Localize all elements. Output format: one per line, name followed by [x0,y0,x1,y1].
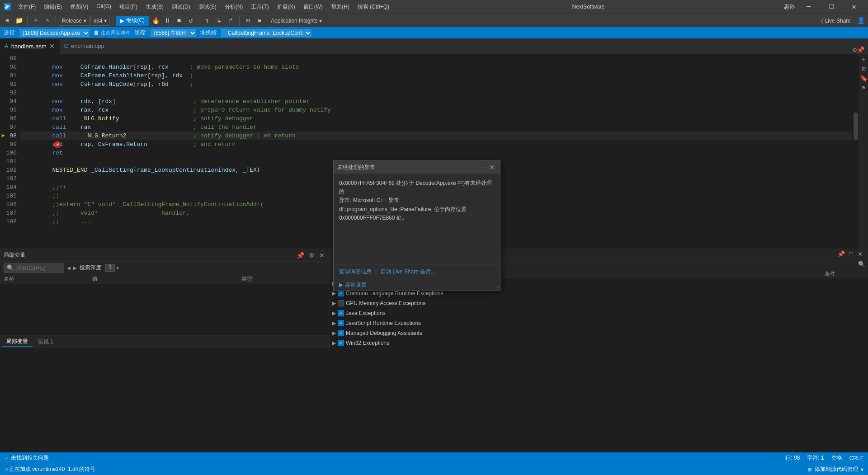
toolbar-new[interactable]: ⊕ [2,15,13,26]
exc-item-win32-expand[interactable]: ▶ [332,340,336,346]
toolbar-hot-reload[interactable]: 🔥 [150,15,161,26]
tab-locals[interactable]: 局部变量 [2,337,33,347]
menu-project[interactable]: 项目(P) [116,2,141,12]
stack-dropdown[interactable]: _CallSettingFrame_LookupContinuatic [221,29,311,37]
toolbar-open[interactable]: 📁 [14,15,24,26]
sidebar-bookmark-icon[interactable]: 🔖 [860,75,868,82]
locals-search-box[interactable]: 🔍 [4,263,64,273]
dialog-resize-handle[interactable]: ⊿ [495,284,499,290]
menu-file[interactable]: 文件(F) [14,2,39,12]
exc-item-java-expand[interactable]: ▶ [332,310,336,316]
locals-settings-button[interactable]: ⚙ [307,252,316,259]
toolbar-back[interactable]: ↶ [30,15,41,26]
exc-pin-button[interactable]: 📌 [836,250,846,258]
exc-expand-button[interactable]: □ [848,250,854,258]
menu-test[interactable]: 测试(S) [195,2,220,12]
menu-analyze[interactable]: 分析(N) [221,2,247,12]
exc-item-gpu-label: GPU Memory Access Exceptions [346,300,425,306]
sidebar-expand-icon[interactable]: ⊞ [862,65,865,73]
title-center: NextSoftware [396,4,780,10]
locals-panel-title: 局部变量 [4,251,25,259]
line-102: 102 [0,166,17,174]
exc-item-win32-checkbox[interactable]: ✓ [338,340,344,346]
dialog-close-button[interactable]: ✕ [487,164,496,171]
dialog-minimize-button[interactable]: — [477,164,487,171]
tab-handlers-asm-close[interactable]: ✕ [49,42,55,50]
menu-extensions[interactable]: 扩展(X) [274,2,299,12]
editor-scrollbar[interactable] [853,54,859,249]
sidebar-fold-icon[interactable]: + [862,56,865,63]
menu-git[interactable]: Git(G) [93,2,115,12]
menu-view[interactable]: 视图(V) [66,2,92,12]
continue-button[interactable]: ▶ 继续(C) [116,16,149,26]
search-icon: 🔍 [7,264,14,272]
platform-dropdown[interactable]: x64 ▾ [90,16,110,26]
menu-build[interactable]: 生成(B) [142,2,167,12]
toolbar-pause[interactable]: ⏸ [162,15,173,26]
toolbar-more[interactable]: ≡ [254,15,265,26]
copy-details-link[interactable]: 复制详细信息 [339,268,372,276]
depth-chevron-icon[interactable]: ▾ [116,264,119,272]
toolbar-stop[interactable]: ■ [174,15,184,26]
toolbar-step-into[interactable]: ↳ [214,15,225,26]
exc-item-mda-expand[interactable]: ▶ [332,330,336,336]
live-share-label: Live Share [825,18,851,24]
title-bar: 文件(F) 编辑(E) 视图(V) Git(G) 项目(P) 生成(B) 调试(… [0,0,868,14]
exc-item-java-checkbox[interactable]: ✓ [338,310,344,316]
toolbar-restart[interactable]: ↺ [185,15,196,26]
exc-close-button[interactable]: ✕ [856,250,864,258]
tab-watch1[interactable]: 监视 1 [33,337,58,347]
live-share-button[interactable]: ⟨ Live Share [817,18,854,24]
exception-settings-expander[interactable]: ▶ 异常设置 [334,279,500,291]
exc-item-mda-checkbox[interactable]: ✓ [338,330,344,336]
minimize-button[interactable]: — [798,0,819,14]
menu-search[interactable]: 搜索 (Ctrl+Q) [354,2,393,12]
menu-edit[interactable]: 编辑(E) [40,2,66,12]
nav-forward-icon[interactable]: ▶ [73,264,77,272]
expander-chevron-icon: ▶ [339,282,343,288]
code-line-99: add rsp, CsFrame.Return ; and return [20,140,852,149]
sidebar-flag-icon[interactable]: ⚑ [862,84,865,92]
tab-encmain-cpp[interactable]: C encmain.cpp [60,38,109,54]
tab-pin-icon[interactable]: 📌 [857,46,864,54]
exc-item-clr-checkbox[interactable]: ✓ [338,290,344,296]
tab-handlers-asm[interactable]: A handlers.asm ✕ [0,38,60,54]
exc-item-js-expand[interactable]: ▶ [332,320,336,326]
exc-search-button[interactable]: 🔍 [858,261,865,268]
locals-close-button[interactable]: ✕ [318,252,326,259]
toolbar-breakpoint[interactable]: ⊡ [242,15,253,26]
process-dropdown[interactable]: [1808] DecoderApp.exe [19,29,90,37]
menu-debug[interactable]: 调试(D) [168,2,194,12]
exc-item-gpu-checkbox[interactable] [338,300,344,306]
config-dropdown[interactable]: Release ▾ [59,16,90,26]
toolbar-sep1 [27,16,28,25]
editor-scrollbar-thumb[interactable] [854,113,858,140]
tab-settings-icon[interactable]: ⚙ [853,46,857,54]
maximize-button[interactable]: □ [821,0,842,14]
toolbar-undo[interactable]: ↷ [42,15,53,26]
exc-item-js-checkbox[interactable]: ✓ [338,320,344,326]
exc-item-clr-expand[interactable]: ▶ [332,290,336,296]
menu-tools[interactable]: 工具(T) [247,2,272,12]
nav-back-icon[interactable]: ◀ [67,264,71,272]
toolbar-step-over[interactable]: ↴ [202,15,213,26]
locals-pin-button[interactable]: 📌 [295,252,306,259]
add-to-source-control[interactable]: 添加到源代码管理 [815,466,858,473]
menu-window[interactable]: 窗口(W) [300,2,326,12]
close-button[interactable]: ✕ [844,0,864,14]
search-depth-control[interactable]: 3 ▾ [105,264,119,272]
locals-search-input[interactable] [16,265,61,271]
source-control-chevron-icon[interactable]: ▾ [861,466,863,473]
thread-dropdown[interactable]: [6568] 主线程 [151,29,196,37]
exc-item-clr-label: Common Language Runtime Exceptions [346,290,443,296]
exc-item-gpu-expand[interactable]: ▶ [332,300,336,306]
user-name: 惠孙 [784,3,795,11]
menu-help[interactable]: 帮助(H) [327,2,353,12]
exc-item-java-label: Java Exceptions [346,310,385,316]
continue-label: 继续(C) [126,17,145,24]
toolbar-profile[interactable]: 👤 [855,15,866,26]
live-share-session-link[interactable]: 启动 Live Share 会话... [380,268,435,276]
tab-handlers-asm-label: handlers.asm [11,43,47,50]
toolbar-step-out[interactable]: ↱ [226,15,236,26]
toolbar-sep6 [268,16,268,25]
